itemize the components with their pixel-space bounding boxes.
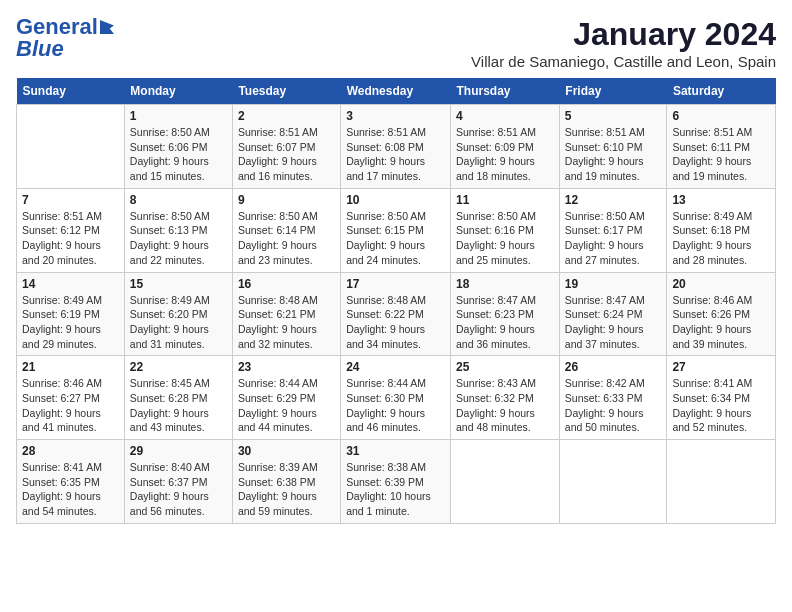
sunset-text: Sunset: 6:07 PM [238,141,316,153]
calendar-cell: 25Sunrise: 8:43 AMSunset: 6:32 PMDayligh… [451,356,560,440]
day-number: 17 [346,277,445,291]
page-header: General Blue January 2024 Villar de Sama… [16,16,776,70]
daylight-text: Daylight: 9 hours and 39 minutes. [672,323,751,350]
sunset-text: Sunset: 6:12 PM [22,224,100,236]
logo: General Blue [16,16,114,60]
header-day-monday: Monday [124,78,232,105]
calendar-cell: 19Sunrise: 8:47 AMSunset: 6:24 PMDayligh… [559,272,667,356]
daylight-text: Daylight: 9 hours and 32 minutes. [238,323,317,350]
calendar-cell: 12Sunrise: 8:50 AMSunset: 6:17 PMDayligh… [559,188,667,272]
sunrise-text: Sunrise: 8:47 AM [456,294,536,306]
week-row-4: 21Sunrise: 8:46 AMSunset: 6:27 PMDayligh… [17,356,776,440]
day-info: Sunrise: 8:48 AMSunset: 6:22 PMDaylight:… [346,293,445,352]
sunrise-text: Sunrise: 8:51 AM [346,126,426,138]
sunset-text: Sunset: 6:26 PM [672,308,750,320]
day-info: Sunrise: 8:51 AMSunset: 6:10 PMDaylight:… [565,125,662,184]
sunset-text: Sunset: 6:09 PM [456,141,534,153]
daylight-text: Daylight: 9 hours and 25 minutes. [456,239,535,266]
sunrise-text: Sunrise: 8:50 AM [130,210,210,222]
sunset-text: Sunset: 6:13 PM [130,224,208,236]
day-number: 22 [130,360,227,374]
sunrise-text: Sunrise: 8:50 AM [130,126,210,138]
day-number: 9 [238,193,335,207]
sunrise-text: Sunrise: 8:49 AM [672,210,752,222]
daylight-text: Daylight: 9 hours and 43 minutes. [130,407,209,434]
day-info: Sunrise: 8:51 AMSunset: 6:11 PMDaylight:… [672,125,770,184]
sunset-text: Sunset: 6:35 PM [22,476,100,488]
day-info: Sunrise: 8:49 AMSunset: 6:18 PMDaylight:… [672,209,770,268]
sunset-text: Sunset: 6:22 PM [346,308,424,320]
calendar-cell: 10Sunrise: 8:50 AMSunset: 6:15 PMDayligh… [341,188,451,272]
page-title: January 2024 [471,16,776,53]
calendar-cell: 17Sunrise: 8:48 AMSunset: 6:22 PMDayligh… [341,272,451,356]
daylight-text: Daylight: 9 hours and 46 minutes. [346,407,425,434]
header-day-saturday: Saturday [667,78,776,105]
day-info: Sunrise: 8:45 AMSunset: 6:28 PMDaylight:… [130,376,227,435]
calendar-cell: 16Sunrise: 8:48 AMSunset: 6:21 PMDayligh… [232,272,340,356]
calendar-cell: 4Sunrise: 8:51 AMSunset: 6:09 PMDaylight… [451,105,560,189]
week-row-3: 14Sunrise: 8:49 AMSunset: 6:19 PMDayligh… [17,272,776,356]
sunrise-text: Sunrise: 8:48 AM [346,294,426,306]
daylight-text: Daylight: 9 hours and 48 minutes. [456,407,535,434]
sunset-text: Sunset: 6:11 PM [672,141,750,153]
day-number: 21 [22,360,119,374]
calendar-cell: 14Sunrise: 8:49 AMSunset: 6:19 PMDayligh… [17,272,125,356]
day-number: 23 [238,360,335,374]
daylight-text: Daylight: 9 hours and 54 minutes. [22,490,101,517]
calendar-cell: 30Sunrise: 8:39 AMSunset: 6:38 PMDayligh… [232,440,340,524]
day-info: Sunrise: 8:50 AMSunset: 6:14 PMDaylight:… [238,209,335,268]
day-number: 28 [22,444,119,458]
logo-blue: Blue [16,38,64,60]
day-number: 7 [22,193,119,207]
day-number: 16 [238,277,335,291]
week-row-2: 7Sunrise: 8:51 AMSunset: 6:12 PMDaylight… [17,188,776,272]
calendar-table: SundayMondayTuesdayWednesdayThursdayFrid… [16,78,776,524]
sunrise-text: Sunrise: 8:44 AM [238,377,318,389]
daylight-text: Daylight: 9 hours and 37 minutes. [565,323,644,350]
day-number: 25 [456,360,554,374]
sunrise-text: Sunrise: 8:44 AM [346,377,426,389]
sunrise-text: Sunrise: 8:51 AM [456,126,536,138]
daylight-text: Daylight: 9 hours and 18 minutes. [456,155,535,182]
calendar-cell: 28Sunrise: 8:41 AMSunset: 6:35 PMDayligh… [17,440,125,524]
day-info: Sunrise: 8:50 AMSunset: 6:06 PMDaylight:… [130,125,227,184]
sunrise-text: Sunrise: 8:51 AM [565,126,645,138]
day-number: 31 [346,444,445,458]
week-row-5: 28Sunrise: 8:41 AMSunset: 6:35 PMDayligh… [17,440,776,524]
page-subtitle: Villar de Samaniego, Castille and Leon, … [471,53,776,70]
sunrise-text: Sunrise: 8:41 AM [672,377,752,389]
calendar-cell [17,105,125,189]
calendar-cell: 22Sunrise: 8:45 AMSunset: 6:28 PMDayligh… [124,356,232,440]
sunset-text: Sunset: 6:28 PM [130,392,208,404]
day-info: Sunrise: 8:51 AMSunset: 6:08 PMDaylight:… [346,125,445,184]
calendar-cell: 9Sunrise: 8:50 AMSunset: 6:14 PMDaylight… [232,188,340,272]
sunset-text: Sunset: 6:15 PM [346,224,424,236]
daylight-text: Daylight: 9 hours and 59 minutes. [238,490,317,517]
day-info: Sunrise: 8:50 AMSunset: 6:17 PMDaylight:… [565,209,662,268]
header-day-tuesday: Tuesday [232,78,340,105]
sunrise-text: Sunrise: 8:47 AM [565,294,645,306]
sunrise-text: Sunrise: 8:39 AM [238,461,318,473]
logo-icon [100,20,114,34]
day-number: 13 [672,193,770,207]
day-number: 20 [672,277,770,291]
header-day-sunday: Sunday [17,78,125,105]
day-info: Sunrise: 8:48 AMSunset: 6:21 PMDaylight:… [238,293,335,352]
sunrise-text: Sunrise: 8:49 AM [130,294,210,306]
header-day-wednesday: Wednesday [341,78,451,105]
sunset-text: Sunset: 6:21 PM [238,308,316,320]
day-info: Sunrise: 8:38 AMSunset: 6:39 PMDaylight:… [346,460,445,519]
calendar-cell: 31Sunrise: 8:38 AMSunset: 6:39 PMDayligh… [341,440,451,524]
day-number: 2 [238,109,335,123]
sunrise-text: Sunrise: 8:51 AM [672,126,752,138]
daylight-text: Daylight: 9 hours and 56 minutes. [130,490,209,517]
day-number: 5 [565,109,662,123]
sunset-text: Sunset: 6:29 PM [238,392,316,404]
header-day-thursday: Thursday [451,78,560,105]
day-info: Sunrise: 8:44 AMSunset: 6:30 PMDaylight:… [346,376,445,435]
sunrise-text: Sunrise: 8:50 AM [346,210,426,222]
calendar-cell: 5Sunrise: 8:51 AMSunset: 6:10 PMDaylight… [559,105,667,189]
daylight-text: Daylight: 9 hours and 50 minutes. [565,407,644,434]
calendar-cell [667,440,776,524]
day-number: 14 [22,277,119,291]
